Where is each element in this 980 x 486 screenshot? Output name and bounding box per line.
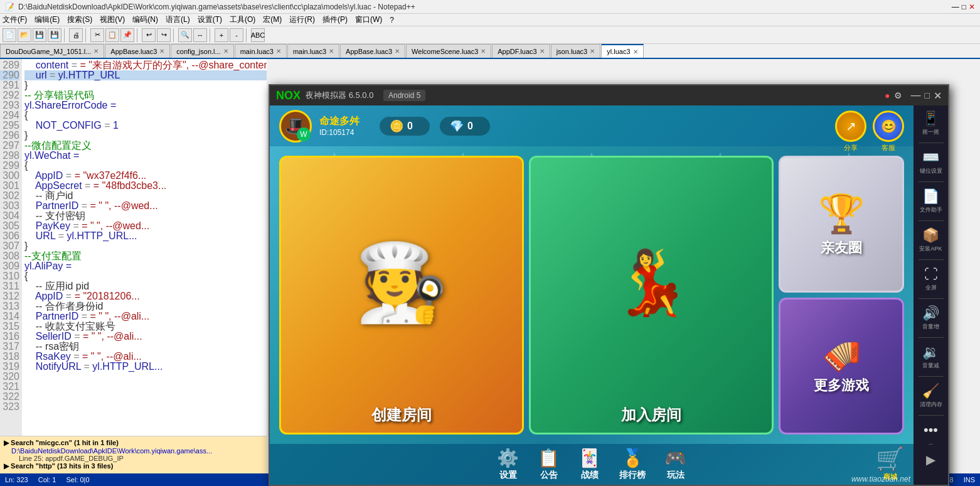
tab-0-close[interactable]: ✕ [93, 48, 99, 55]
close-btn[interactable]: ✕ [969, 3, 975, 11]
nox-volumedown-btn[interactable]: 🔉 音量减 [915, 344, 947, 370]
menu-tools[interactable]: 工具(O) [230, 14, 255, 25]
menu-file[interactable]: 文件(F) [3, 14, 27, 25]
create-room-button[interactable]: 🧑‍🍳 创建房间 [279, 156, 524, 435]
menu-settings[interactable]: 设置(T) [198, 14, 222, 25]
nox-window: NOX 夜神模拟器 6.5.0.0 Android 5 ● ⚙ — □ ✕ ★★… [269, 84, 949, 486]
tab-0[interactable]: DouDouGame_MJ_1051.l... ✕ [0, 44, 104, 58]
tab-5[interactable]: AppBase.luac3 ✕ [340, 44, 405, 58]
settings-label: 设置 [499, 470, 517, 481]
scores-icon: 🃏 [578, 448, 600, 468]
new-btn[interactable]: 📄 [3, 28, 16, 42]
minimize-btn[interactable]: — [952, 3, 959, 11]
menu-encoding[interactable]: 编码(N) [132, 14, 158, 25]
nox-settings-icon[interactable]: ⚙ [894, 90, 902, 100]
notice-button[interactable]: 📋 公告 [538, 448, 560, 481]
tab-9-close[interactable]: ✕ [633, 48, 638, 55]
maximize-btn[interactable]: □ [962, 3, 966, 11]
installapk-icon: 📦 [922, 227, 939, 244]
tab-2[interactable]: config_json.l... ✕ [171, 44, 233, 58]
tab-1-close[interactable]: ✕ [159, 48, 164, 55]
nox-restore-btn[interactable]: □ [925, 90, 930, 100]
tab-4[interactable]: main.luac3 ✕ [287, 44, 339, 58]
find-btn[interactable]: 🔍 [178, 28, 192, 42]
find-result-3[interactable]: ▶ Search "http" (13 hits in 3 files) [4, 462, 263, 470]
menu-window[interactable]: 窗口(W) [355, 14, 382, 25]
menu-language[interactable]: 语言(L) [166, 14, 190, 25]
nox-fullscreen-btn[interactable]: ⛶ 全屏 [915, 266, 947, 292]
tab-9[interactable]: yl.luac3 ✕ [601, 44, 643, 58]
window-title: D:\BaiduNetdiskDownload\ApkIDE\Work\com.… [18, 3, 415, 11]
tab-7[interactable]: AppDF.luac3 ✕ [492, 44, 550, 58]
coin-amount: 0 [407, 121, 413, 132]
tab-6-label: WelcomeScene.luac3 [412, 48, 478, 55]
print-btn[interactable]: 🖨 [69, 28, 83, 42]
join-room-button[interactable]: 💃 加入房间 [529, 156, 774, 435]
save-btn[interactable]: 💾 [33, 28, 46, 42]
editor-panel: 2892902912922932942952962972982993003013… [0, 59, 267, 473]
menu-run[interactable]: 运行(R) [289, 14, 315, 25]
tab-2-close[interactable]: ✕ [223, 48, 228, 55]
settings-button[interactable]: ⚙️ 设置 [497, 448, 519, 481]
code-content[interactable]: content = = "来自游戏大厅的分享", --@share_conten… [22, 59, 267, 436]
paste-btn[interactable]: 📌 [120, 28, 134, 42]
nox-titlebar: NOX 夜神模拟器 6.5.0.0 Android 5 ● ⚙ — □ ✕ [270, 85, 948, 105]
nox-close-btn[interactable]: ✕ [934, 90, 942, 102]
menu-plugins[interactable]: 插件(P) [322, 14, 348, 25]
menu-help[interactable]: ? [390, 16, 394, 24]
tab-5-label: AppBase.luac3 [346, 48, 392, 55]
nox-minimize-btn[interactable]: — [911, 90, 921, 101]
tab-7-close[interactable]: ✕ [540, 48, 545, 55]
replace-btn[interactable]: ↔ [193, 28, 207, 42]
menu-macro[interactable]: 宏(M) [263, 14, 282, 25]
undo-btn[interactable]: ↩ [142, 28, 156, 42]
rules-button[interactable]: 🎮 玩法 [664, 448, 686, 481]
tab-1[interactable]: AppBase.luac3 ✕ [105, 44, 170, 58]
scores-button[interactable]: 🃏 战绩 [578, 448, 600, 481]
find-result-0[interactable]: ▶ Search "micgc.cn" (1 hit in 1 file) [4, 439, 263, 447]
nox-installapk-btn[interactable]: 📦 安装APK [915, 227, 947, 253]
code-editor[interactable]: 2892902912922932942952962972982993003013… [0, 59, 267, 436]
friends-circle-button[interactable]: 🏆 亲友圈 [779, 156, 904, 293]
volumeup-icon: 🔊 [922, 305, 939, 321]
nox-more-btn[interactable]: ••• ... [915, 422, 947, 446]
open-btn[interactable]: 📂 [18, 28, 31, 42]
keymap-icon: ⌨️ [922, 149, 939, 166]
nox-sep-2 [919, 181, 944, 182]
create-room-label: 创建房间 [371, 405, 432, 425]
save-all-btn[interactable]: 💾 [48, 28, 61, 42]
status-ins: INS [964, 476, 975, 483]
tab-6[interactable]: WelcomeScene.luac3 ✕ [406, 44, 491, 58]
tab-3-close[interactable]: ✕ [276, 48, 281, 55]
copy-btn[interactable]: 📋 [105, 28, 119, 42]
tab-8-close[interactable]: ✕ [590, 48, 595, 55]
nox-sep-8 [919, 415, 944, 416]
nox-filehelper-btn[interactable]: 📄 文件助手 [915, 188, 947, 214]
tab-6-close[interactable]: ✕ [481, 48, 486, 55]
tab-3[interactable]: main.luac3 ✕ [235, 44, 287, 58]
tab-4-close[interactable]: ✕ [329, 48, 334, 55]
tab-5-close[interactable]: ✕ [395, 48, 400, 55]
spell-btn[interactable]: ABC [251, 28, 265, 42]
nox-expand-arrow[interactable]: ▶ [926, 452, 935, 480]
find-result-1[interactable]: D:\BaiduNetdiskDownload\ApkIDE\Work\com.… [4, 447, 263, 455]
more-games-button[interactable]: 🪗 更多游戏 [779, 298, 904, 435]
nox-shake-btn[interactable]: 📱 摇一摇 [915, 111, 947, 136]
nox-sep-5 [919, 298, 944, 299]
zoom-out-btn[interactable]: - [230, 28, 243, 42]
tab-2-label: config_json.l... [176, 48, 220, 55]
cut-btn[interactable]: ✂ [90, 28, 104, 42]
nox-clearmem-btn[interactable]: 🧹 清理内存 [915, 383, 947, 409]
join-room-character: 💃 [531, 158, 772, 408]
nox-volumeup-btn[interactable]: 🔊 音量增 [915, 305, 947, 331]
ranking-button[interactable]: 🏅 排行榜 [619, 448, 646, 481]
tab-8[interactable]: json.luac3 ✕ [551, 44, 601, 58]
redo-btn[interactable]: ↪ [157, 28, 171, 42]
menu-search[interactable]: 搜索(S) [67, 14, 92, 25]
trophy-icon: 🏆 [818, 192, 865, 236]
nox-keymap-btn[interactable]: ⌨️ 键位设置 [915, 149, 947, 175]
menu-edit[interactable]: 编辑(E) [35, 14, 60, 25]
menu-view[interactable]: 视图(V) [100, 14, 125, 25]
zoom-in-btn[interactable]: + [215, 28, 228, 42]
find-result-2[interactable]: Line 25: appdf.GAME_DEBUG_IP [4, 455, 263, 462]
